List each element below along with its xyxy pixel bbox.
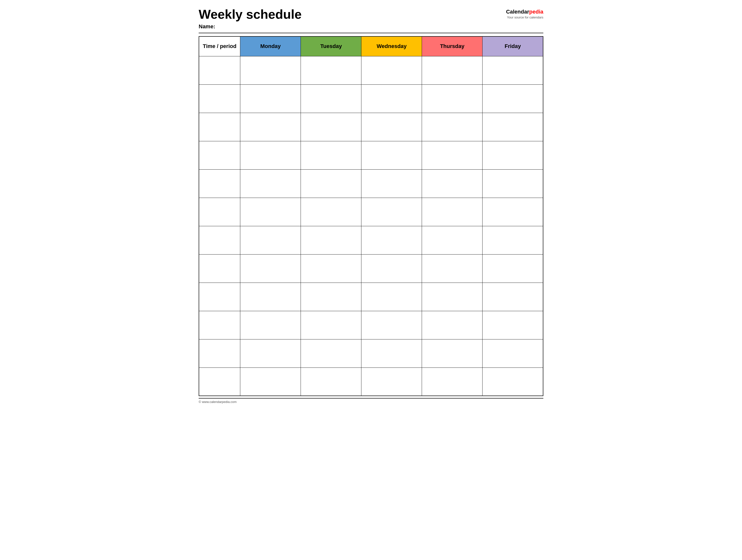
footer: © www.calendarpedia.com	[199, 398, 543, 404]
schedule-cell[interactable]	[422, 283, 482, 311]
schedule-cell[interactable]	[482, 113, 543, 141]
schedule-cell[interactable]	[361, 169, 422, 198]
schedule-cell[interactable]	[482, 169, 543, 198]
schedule-cell[interactable]	[422, 368, 482, 396]
schedule-cell[interactable]	[482, 254, 543, 283]
schedule-cell[interactable]	[482, 311, 543, 339]
time-cell[interactable]	[199, 339, 240, 368]
table-row	[199, 254, 543, 283]
schedule-cell[interactable]	[482, 141, 543, 169]
schedule-cell[interactable]	[482, 368, 543, 396]
schedule-cell[interactable]	[422, 141, 482, 169]
schedule-cell[interactable]	[482, 85, 543, 113]
name-label: Name:	[199, 23, 302, 30]
schedule-cell[interactable]	[422, 254, 482, 283]
table-header-row: Time / period Monday Tuesday Wednesday T…	[199, 37, 543, 56]
schedule-cell[interactable]	[301, 226, 361, 254]
schedule-cell[interactable]	[240, 283, 301, 311]
schedule-cell[interactable]	[422, 226, 482, 254]
schedule-cell[interactable]	[240, 85, 301, 113]
schedule-cell[interactable]	[301, 283, 361, 311]
schedule-cell[interactable]	[422, 113, 482, 141]
table-row	[199, 339, 543, 368]
schedule-cell[interactable]	[361, 254, 422, 283]
logo-area: Calendarpedia Your source for calendars	[506, 7, 543, 19]
table-row	[199, 226, 543, 254]
header: Weekly schedule Name: Calendarpedia Your…	[199, 7, 543, 30]
schedule-cell[interactable]	[240, 113, 301, 141]
schedule-cell[interactable]	[422, 198, 482, 226]
schedule-cell[interactable]	[361, 283, 422, 311]
table-row	[199, 85, 543, 113]
table-row	[199, 283, 543, 311]
page-wrapper: Weekly schedule Name: Calendarpedia Your…	[199, 7, 543, 404]
schedule-cell[interactable]	[301, 311, 361, 339]
time-cell[interactable]	[199, 311, 240, 339]
schedule-cell[interactable]	[482, 56, 543, 85]
logo-subtitle: Your source for calendars	[507, 15, 543, 19]
schedule-cell[interactable]	[422, 339, 482, 368]
schedule-cell[interactable]	[240, 254, 301, 283]
time-cell[interactable]	[199, 141, 240, 169]
schedule-cell[interactable]	[240, 141, 301, 169]
header-divider	[199, 33, 543, 33]
schedule-cell[interactable]	[361, 141, 422, 169]
time-cell[interactable]	[199, 254, 240, 283]
time-cell[interactable]	[199, 226, 240, 254]
schedule-cell[interactable]	[361, 85, 422, 113]
schedule-table: Time / period Monday Tuesday Wednesday T…	[199, 36, 543, 396]
time-cell[interactable]	[199, 56, 240, 85]
schedule-cell[interactable]	[240, 226, 301, 254]
time-cell[interactable]	[199, 113, 240, 141]
schedule-cell[interactable]	[240, 198, 301, 226]
time-cell[interactable]	[199, 85, 240, 113]
table-row	[199, 113, 543, 141]
schedule-cell[interactable]	[240, 169, 301, 198]
schedule-cell[interactable]	[361, 339, 422, 368]
table-row	[199, 368, 543, 396]
table-row	[199, 56, 543, 85]
page-title: Weekly schedule	[199, 7, 302, 21]
schedule-cell[interactable]	[301, 339, 361, 368]
schedule-cell[interactable]	[422, 56, 482, 85]
time-cell[interactable]	[199, 169, 240, 198]
schedule-cell[interactable]	[361, 226, 422, 254]
schedule-cell[interactable]	[422, 85, 482, 113]
time-cell[interactable]	[199, 198, 240, 226]
schedule-cell[interactable]	[301, 85, 361, 113]
logo-pedia-part: pedia	[529, 9, 543, 15]
schedule-cell[interactable]	[361, 368, 422, 396]
copyright-text: © www.calendarpedia.com	[199, 400, 236, 404]
schedule-cell[interactable]	[361, 311, 422, 339]
table-row	[199, 169, 543, 198]
schedule-cell[interactable]	[482, 283, 543, 311]
schedule-cell[interactable]	[301, 198, 361, 226]
schedule-cell[interactable]	[361, 56, 422, 85]
schedule-cell[interactable]	[240, 56, 301, 85]
schedule-cell[interactable]	[482, 198, 543, 226]
time-cell[interactable]	[199, 283, 240, 311]
table-row	[199, 141, 543, 169]
col-header-wednesday: Wednesday	[361, 37, 422, 56]
schedule-cell[interactable]	[240, 311, 301, 339]
table-row	[199, 311, 543, 339]
logo-calendar-part: Calendar	[506, 9, 529, 15]
schedule-cell[interactable]	[482, 339, 543, 368]
schedule-cell[interactable]	[422, 311, 482, 339]
time-cell[interactable]	[199, 368, 240, 396]
schedule-cell[interactable]	[240, 339, 301, 368]
schedule-cell[interactable]	[301, 141, 361, 169]
col-header-time: Time / period	[199, 37, 240, 56]
schedule-cell[interactable]	[301, 56, 361, 85]
schedule-cell[interactable]	[361, 113, 422, 141]
schedule-cell[interactable]	[361, 198, 422, 226]
schedule-cell[interactable]	[482, 226, 543, 254]
schedule-cell[interactable]	[301, 368, 361, 396]
schedule-cell[interactable]	[301, 113, 361, 141]
col-header-monday: Monday	[240, 37, 301, 56]
col-header-friday: Friday	[482, 37, 543, 56]
schedule-cell[interactable]	[301, 169, 361, 198]
schedule-cell[interactable]	[301, 254, 361, 283]
schedule-cell[interactable]	[240, 368, 301, 396]
schedule-cell[interactable]	[422, 169, 482, 198]
